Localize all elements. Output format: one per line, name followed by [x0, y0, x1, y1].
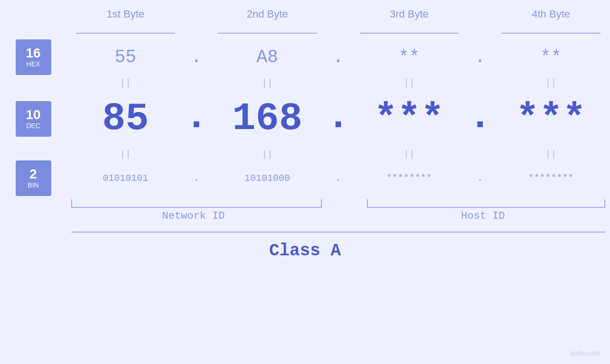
bracket-top-4	[501, 33, 601, 34]
hex-badge: 16 HEX	[16, 39, 51, 75]
byte-header-3: 3rd Byte	[350, 8, 469, 20]
eq-row-1: || || || ||	[0, 76, 610, 90]
byte-header-2: 2nd Byte	[208, 8, 327, 20]
byte-header-1: 1st Byte	[66, 8, 185, 20]
bracket-top-1	[76, 33, 175, 34]
eq-row-2: || || || ||	[0, 147, 610, 161]
class-label: Class A	[269, 241, 341, 261]
dec-val-2: 168	[208, 97, 327, 141]
watermark: ipshu.com	[570, 349, 601, 357]
byte-header-4: 4th Byte	[492, 8, 610, 20]
bracket-bottom-network	[71, 199, 322, 208]
main-container: 1st Byte 2nd Byte 3rd Byte 4th Byte	[0, 0, 610, 364]
dec-row: 10 DEC 85 . 168 . ***	[0, 90, 610, 147]
bin-val-2: 10101000	[208, 173, 327, 184]
bin-val-3: ********	[350, 173, 469, 184]
hex-row: 16 HEX 55 . A8 . **	[0, 38, 610, 76]
byte-headers-row: 1st Byte 2nd Byte 3rd Byte 4th Byte	[0, 0, 610, 28]
bin-badge: 2 BIN	[16, 160, 51, 196]
bin-val-4: ********	[492, 173, 610, 184]
host-id-label: Host ID	[461, 210, 505, 222]
full-bottom-bracket-row	[0, 232, 610, 236]
bin-val-1: 01010101	[66, 173, 185, 184]
hex-val-3: **	[350, 47, 469, 67]
bracket-top-2	[218, 33, 317, 34]
dec-val-1: 85	[66, 97, 185, 141]
dec-badge: 10 DEC	[16, 101, 51, 137]
network-id-label: Network ID	[162, 210, 225, 222]
top-brackets-row	[0, 28, 610, 38]
hex-val-2: A8	[208, 47, 327, 67]
dec-val-3: ***	[350, 97, 469, 141]
dec-val-4: ***	[492, 97, 610, 141]
hex-val-1: 55	[66, 47, 185, 67]
class-row: Class A	[0, 236, 610, 265]
bracket-top-3	[360, 33, 459, 34]
bin-row: 2 BIN 01010101 . 10101000 . ********	[0, 161, 610, 195]
hex-val-4: **	[492, 47, 610, 67]
full-bracket-line	[71, 232, 605, 233]
bracket-bottom-host	[367, 199, 606, 208]
bottom-brackets-row	[0, 198, 610, 208]
id-labels-row: Network ID Host ID	[0, 208, 610, 224]
